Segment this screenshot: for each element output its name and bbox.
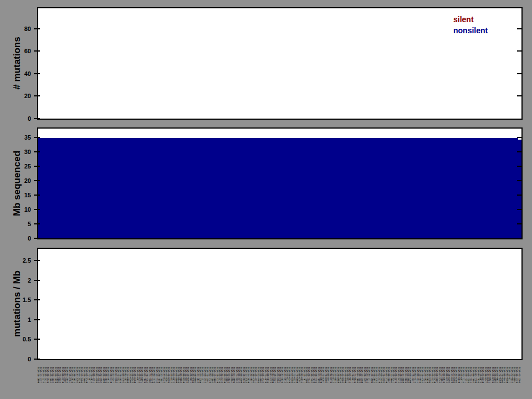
y-tick-mark	[34, 319, 40, 320]
y-tick-mark-right	[517, 195, 521, 196]
y-tick-mark	[34, 260, 40, 261]
y-tick-mark	[34, 137, 40, 138]
y-tick-mark-right	[517, 223, 521, 224]
y-tick-mark	[34, 299, 40, 300]
y-tick-label: 20	[9, 177, 31, 185]
y-tick-label: 10	[9, 206, 31, 213]
y-tick-mark	[34, 73, 40, 74]
mutation-rate-figure: # mutations Mb sequenced mutations / Mb …	[0, 0, 532, 399]
sample-label: TCGA-43-1266	[518, 367, 520, 383]
y-tick-label: 5	[9, 220, 31, 228]
y-tick-label: 15	[9, 191, 31, 199]
y-tick-mark	[34, 339, 40, 340]
y-tick-mark-right	[517, 151, 521, 152]
y-tick-label: 1	[9, 316, 31, 324]
y-tick-mark-right	[517, 28, 521, 29]
y-tick-mark-right	[517, 180, 521, 181]
y-tick-label: 0	[9, 115, 31, 122]
y-tick-label: 40	[9, 70, 31, 78]
y-tick-mark	[34, 195, 40, 196]
mutation-count-bars	[38, 8, 521, 119]
y-tick-label: 80	[9, 25, 31, 33]
y-tick-label: 0	[9, 234, 31, 242]
panel-mutation-rate	[37, 248, 523, 360]
mutation-rate-bars	[38, 249, 521, 359]
y-axis-label-num-mutations: # mutations	[12, 37, 23, 89]
y-tick-label: 0.5	[9, 335, 31, 343]
y-tick-mark-right	[517, 137, 521, 138]
y-tick-mark	[34, 180, 40, 181]
y-tick-label: 2	[9, 277, 31, 284]
y-tick-mark-right	[517, 95, 521, 96]
y-tick-label: 0	[9, 355, 31, 363]
y-tick-mark-right	[517, 166, 521, 167]
legend: silent nonsilent	[453, 14, 488, 36]
y-tick-label: 35	[9, 134, 31, 141]
y-tick-label: 25	[9, 162, 31, 170]
mb-sequenced-bars	[38, 129, 521, 238]
y-tick-mark-right	[517, 50, 521, 52]
y-tick-mark-right	[517, 209, 521, 210]
legend-item-nonsilent: nonsilent	[453, 25, 488, 36]
panel-mb-sequenced	[37, 127, 523, 239]
y-tick-mark	[34, 151, 40, 152]
y-tick-label: 30	[9, 148, 31, 156]
y-tick-mark	[34, 223, 40, 224]
y-tick-mark	[34, 95, 40, 96]
y-tick-mark	[34, 238, 40, 239]
legend-item-silent: silent	[453, 14, 488, 25]
y-tick-mark	[34, 166, 40, 167]
y-tick-mark	[34, 28, 40, 29]
y-tick-mark	[34, 50, 40, 52]
y-tick-mark	[34, 209, 40, 210]
mb-bar-block	[38, 138, 518, 238]
y-tick-mark	[34, 118, 40, 119]
y-tick-mark	[34, 280, 40, 281]
y-tick-label: 20	[9, 92, 31, 100]
panel-mutation-counts: silent nonsilent	[37, 7, 523, 120]
sample-name-labels-strip: TCGA-10-1000TCGA-17-1137TCGA-24-1274TCGA…	[37, 367, 523, 399]
y-tick-label: 60	[9, 47, 31, 55]
y-tick-mark-right	[517, 73, 521, 74]
y-tick-mark	[34, 359, 40, 360]
y-tick-label: 2.5	[9, 257, 31, 264]
y-tick-label: 1.5	[9, 296, 31, 304]
